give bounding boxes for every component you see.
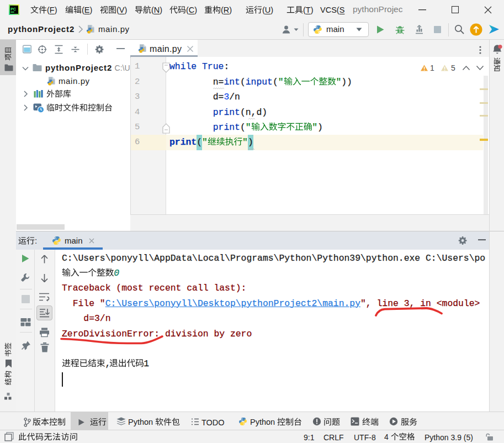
svg-text:PC: PC [10, 7, 16, 11]
